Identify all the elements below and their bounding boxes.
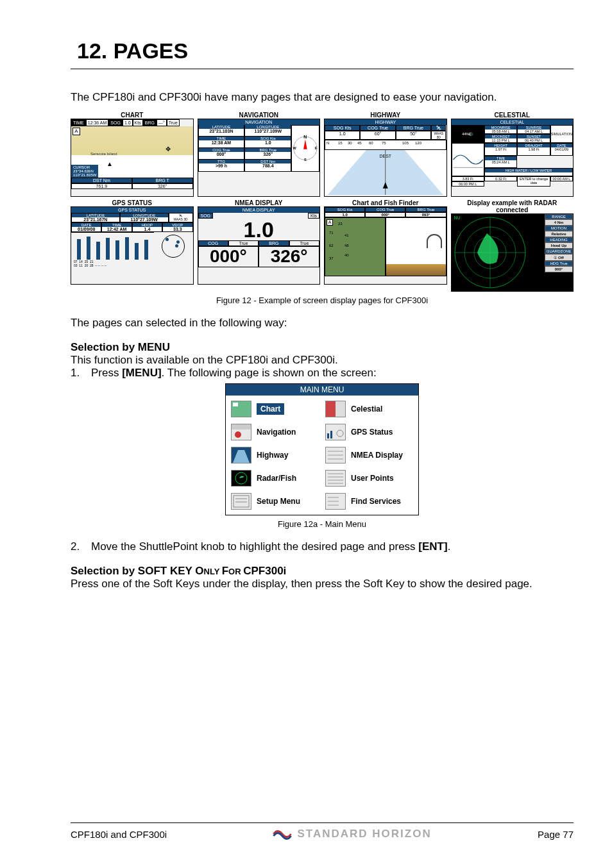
nav-compass: N S E W <box>291 125 319 172</box>
chart-cursor-a: A <box>72 128 80 135</box>
chart-dst: 761.9 <box>71 183 132 189</box>
cel-moonrise: 05:58 AM L <box>492 129 510 133</box>
cel-hw-h: 3.83 Ft <box>463 177 473 181</box>
radar-scope <box>452 214 529 291</box>
gps-skyplot <box>162 235 185 258</box>
nav-brg: 326° <box>264 152 273 156</box>
svg-text:W: W <box>293 146 297 150</box>
menu-item-find-services: Find Services <box>325 493 413 510</box>
section-selection-softkey: Selection by SOFT KEY ONLY FOR CPF300i <box>71 565 574 578</box>
nav-cog: 000° <box>217 152 226 156</box>
hwy-waas: WAAS 3D <box>431 131 446 140</box>
cel-lw-h: 0.32 Ft <box>495 177 506 181</box>
cff-brg: 093° <box>422 213 430 217</box>
gps-date: 01/09/08 <box>78 227 95 231</box>
body-text-1: The pages can selected in the following … <box>71 317 574 330</box>
main-menu-title: MAIN MENU <box>226 384 418 396</box>
chart-kts: Kts <box>133 119 143 126</box>
cff-fish <box>386 217 446 276</box>
chart-cursor-box: CURSOR 23°34.639N 110°21.835W <box>71 165 98 178</box>
moon-icon: 44% 🌘 <box>452 125 484 143</box>
cel-sunset: 06:40 PM L <box>525 138 543 142</box>
radar-range: 4 Nm <box>554 221 564 224</box>
page-footer: CPF180i and CPF300i STANDARD HORIZON Pag… <box>71 822 574 841</box>
fig-cel-label: CELESTIAL <box>494 112 530 119</box>
list-item-2: 2. Move the ShuttlePoint knob to highlig… <box>71 540 574 553</box>
chart-sog-lbl: SOG <box>108 119 123 126</box>
menu-item-radar-fish: Radar/Fish <box>231 470 319 487</box>
menu-item-highway: Highway <box>231 447 319 463</box>
hwy-title: HIGHWAY <box>325 119 446 125</box>
gps-hdop: 1.4 <box>144 227 151 231</box>
nav-lat: 23°21.103N <box>209 129 233 133</box>
fig-gps-label: GPS STATUS <box>112 199 152 206</box>
cff-cog: 000° <box>382 213 389 217</box>
menu-item-celestial: Celestial <box>325 401 413 417</box>
hwy-brg: 50° <box>396 131 431 140</box>
cff-chart: A 23 71 62 37 41 48 40 <box>325 217 386 276</box>
divider <box>71 69 574 69</box>
figure12a-caption: Figure 12a - Main Menu <box>71 519 574 529</box>
svg-point-24 <box>337 430 343 437</box>
cel-title: CELESTIAL <box>452 119 574 125</box>
gps-vdop: 33.3 <box>173 227 182 231</box>
figure12-caption: Figure 12 - Example of screen display pa… <box>71 296 574 305</box>
menu-item-chart: Chart <box>231 401 319 417</box>
chart-true: True <box>167 119 180 126</box>
body-text-3: Press one of the Soft Keys under the dis… <box>71 578 574 590</box>
cel-lw-t: 06:00 PM L <box>459 182 477 186</box>
gps-sat-ids: 07 14 25 21 03 11 20 28 -- -- -- -- <box>71 260 193 267</box>
chart-dst-lbl: DST Nm <box>71 178 132 183</box>
svg-rect-17 <box>233 403 238 406</box>
footer-left: CPF180i and CPF300i <box>71 829 167 840</box>
waas-icon: 🛰WAAS 3D <box>169 213 193 222</box>
svg-text:S: S <box>304 158 307 162</box>
nav-title: NAVIGATION <box>198 119 320 125</box>
fig-highway: HIGHWAY HIGHWAY SOG Kts COG True BRG Tru… <box>324 112 447 197</box>
svg-rect-18 <box>326 401 336 417</box>
menu-item-nmea-display: NMEA Display <box>325 447 413 463</box>
hwy-road: DEST <box>325 150 446 195</box>
nav-sog: 1.0 <box>265 140 271 145</box>
svg-rect-23 <box>330 431 332 438</box>
nmea-brg: 326° <box>259 246 319 267</box>
fig-chart: CHART TIME 12:36 AM SOG 1.0 Kts BRG ---°… <box>71 112 194 197</box>
gps-time: 12:42 AM <box>107 227 126 231</box>
chart-time-lbl: TIME <box>71 119 86 126</box>
svg-point-29 <box>235 472 247 484</box>
svg-rect-34 <box>234 496 249 507</box>
fig-hwy-label: HIGHWAY <box>370 112 400 119</box>
cursor-icon: ✥ <box>166 146 171 153</box>
radar-orient: NU <box>454 215 461 220</box>
radar-motion: Relative <box>551 232 566 236</box>
cel-moonset: 11:15 PM L <box>492 138 510 142</box>
chart-brg: ---° <box>157 119 167 126</box>
fig-nmea-label: NMEA DISPLAY <box>235 199 282 206</box>
svg-marker-25 <box>233 450 250 463</box>
gps-lat: 23°21.167N <box>83 217 107 222</box>
fig-cff-label: Chart and Fish Finder <box>352 199 418 206</box>
radar-heading: Head Up <box>551 244 566 247</box>
chart-time: 12:36 AM <box>86 119 109 126</box>
nmea-title: NMEA DISPLAY <box>198 207 320 213</box>
svg-text:DEST: DEST <box>379 154 391 158</box>
figures-grid: CHART TIME 12:36 AM SOG 1.0 Kts BRG ---°… <box>71 112 574 292</box>
footer-page-number: Page 77 <box>538 829 574 840</box>
svg-marker-5 <box>303 139 307 149</box>
cel-enter: ENTER to change date <box>517 176 550 187</box>
gps-bars <box>71 232 154 260</box>
fig-radar: Display example with RADAR connected NU … <box>451 199 574 292</box>
hwy-sog: 1.0 <box>325 131 360 140</box>
cff-sog: 1.0 <box>342 213 347 217</box>
hwy-scale: N1530456075105120 <box>325 140 446 150</box>
list-item-1: 1. Press [MENU]. The following page is s… <box>71 367 574 380</box>
menu-item-gps-status: GPS Status <box>325 424 413 440</box>
fig-nmea: NMEA DISPLAY NMEA DISPLAY SOGKts 1.0 COG… <box>198 199 321 292</box>
brand-logo: STANDARD HORIZON <box>273 827 431 841</box>
gps-lon: 110°27.109W <box>130 217 158 222</box>
nmea-sog-lbl: SOG <box>198 213 214 219</box>
cel-tide-plot <box>452 143 484 176</box>
svg-text:N: N <box>304 135 307 139</box>
chart-brg-lbl: BRG <box>143 119 157 126</box>
svg-rect-20 <box>232 424 251 430</box>
